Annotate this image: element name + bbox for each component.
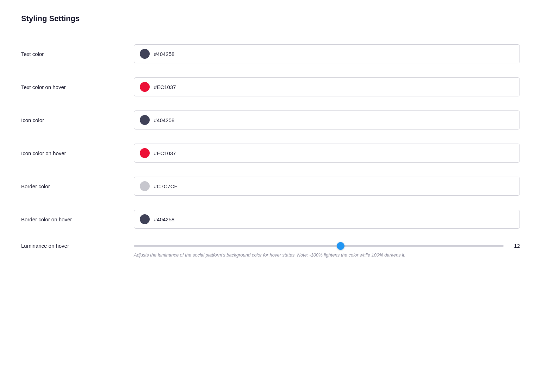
icon-color-value: #404258	[154, 117, 174, 123]
icon-color-hover-label: Icon color on hover	[21, 150, 134, 156]
text-color-hover-value: #EC1037	[154, 84, 176, 90]
text-color-hover-swatch	[140, 82, 150, 92]
icon-color-row: Icon color #404258	[21, 103, 520, 137]
border-color-hover-input[interactable]: #404258	[134, 210, 520, 229]
border-color-row: Border color #C7C7CE	[21, 170, 520, 203]
icon-color-label: Icon color	[21, 117, 134, 123]
settings-container: Text color #404258 Text color on hover #…	[21, 37, 520, 266]
text-color-hover-label: Text color on hover	[21, 84, 134, 90]
icon-color-hover-value: #EC1037	[154, 150, 176, 156]
luminance-hover-row: Luminance on hover 12 Adjusts the lumina…	[21, 236, 520, 266]
text-color-input[interactable]: #404258	[134, 44, 520, 63]
text-color-hover-input[interactable]: #EC1037	[134, 77, 520, 96]
text-color-row: Text color #404258	[21, 37, 520, 70]
border-color-swatch	[140, 181, 150, 191]
luminance-slider-section: 12	[134, 243, 520, 249]
text-color-label: Text color	[21, 51, 134, 57]
border-color-label: Border color	[21, 183, 134, 189]
text-color-value: #404258	[154, 51, 174, 57]
page-title: Styling Settings	[21, 14, 520, 23]
border-color-hover-value: #404258	[154, 216, 174, 222]
border-color-hover-label: Border color on hover	[21, 216, 134, 222]
border-color-hover-row: Border color on hover #404258	[21, 203, 520, 236]
luminance-hover-slider[interactable]	[134, 245, 504, 247]
icon-color-input[interactable]: #404258	[134, 110, 520, 129]
luminance-hover-description: Adjusts the luminance of the social plat…	[134, 252, 520, 259]
border-color-input[interactable]: #C7C7CE	[134, 177, 520, 196]
icon-color-hover-input[interactable]: #EC1037	[134, 144, 520, 163]
text-color-hover-row: Text color on hover #EC1037	[21, 70, 520, 103]
border-color-value: #C7C7CE	[154, 183, 178, 189]
text-color-swatch	[140, 49, 150, 59]
luminance-hover-value: 12	[509, 243, 520, 249]
icon-color-swatch	[140, 115, 150, 125]
icon-color-hover-row: Icon color on hover #EC1037	[21, 137, 520, 170]
border-color-hover-swatch	[140, 214, 150, 224]
icon-color-hover-swatch	[140, 148, 150, 158]
luminance-hover-label: Luminance on hover	[21, 243, 134, 249]
